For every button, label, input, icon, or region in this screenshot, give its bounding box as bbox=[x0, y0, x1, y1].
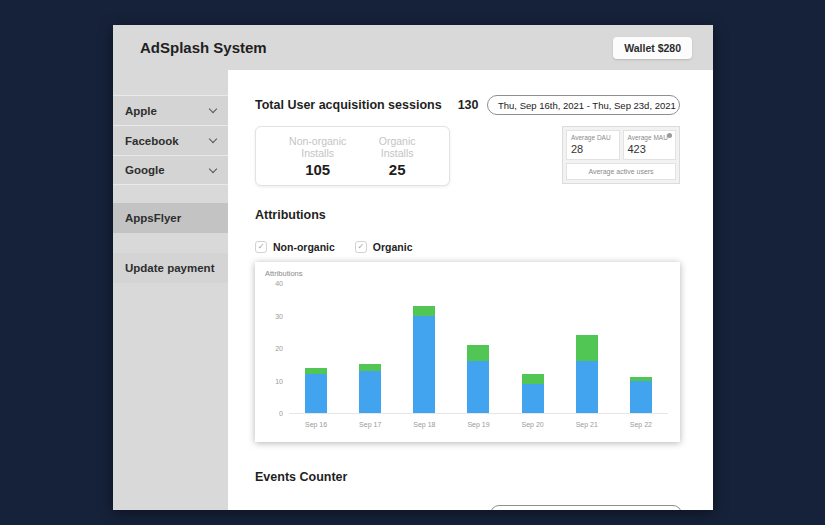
organic-installs-value: 25 bbox=[362, 161, 432, 178]
sidebar-item-apple[interactable]: Apple bbox=[113, 95, 228, 125]
nonorganic-bar-segment bbox=[413, 316, 435, 414]
main-content: Total User acquisition sessions 130 Thu,… bbox=[228, 70, 713, 510]
organic-bar-segment bbox=[413, 306, 435, 316]
sidebar-item-label: Facebook bbox=[125, 135, 179, 147]
sidebar-item-facebook[interactable]: Facebook bbox=[113, 125, 228, 155]
bar-stack bbox=[413, 306, 435, 413]
checkbox-checked-icon: ✓ bbox=[255, 241, 267, 253]
x-axis-label: Sep 22 bbox=[614, 421, 668, 428]
sidebar-item-appsflyer[interactable]: AppsFlyer bbox=[113, 203, 228, 233]
nonorganic-installs-label: Non-organic Installs bbox=[273, 135, 362, 159]
x-axis-label: Sep 20 bbox=[506, 421, 560, 428]
y-axis-label: 20 bbox=[275, 345, 283, 352]
average-dau-label: Average DAU bbox=[571, 134, 615, 141]
bar-stack bbox=[522, 374, 544, 413]
sessions-summary: Total User acquisition sessions 130 bbox=[255, 98, 479, 112]
x-axis-label: Sep 18 bbox=[397, 421, 451, 428]
sidebar-item-label: Google bbox=[125, 164, 165, 176]
organic-bar-segment bbox=[467, 345, 489, 361]
nonorganic-bar-segment bbox=[359, 371, 381, 413]
y-axis-label: 10 bbox=[275, 378, 283, 385]
y-axis-label: 30 bbox=[275, 313, 283, 320]
nonorganic-installs-value: 105 bbox=[273, 161, 362, 178]
y-axis-label: 0 bbox=[279, 410, 283, 417]
legend-checkboxes: ✓ Non-organic ✓ Organic bbox=[255, 241, 680, 253]
sidebar-item-update-payment[interactable]: Update payment bbox=[113, 253, 228, 283]
average-mau-cell: Average MAU 423 bbox=[623, 130, 677, 160]
events-counter-heading: Events Counter bbox=[255, 470, 680, 484]
averages-card: Average DAU 28 Average MAU 423 Average a… bbox=[562, 126, 680, 184]
attributions-heading: Attributions bbox=[255, 208, 680, 222]
x-axis-label: Sep 19 bbox=[451, 421, 505, 428]
nonorganic-installs: Non-organic Installs 105 bbox=[273, 135, 362, 178]
date-range-text: Thu, Sep 16th, 2021 - Thu, Sep 23d, 2021 bbox=[498, 100, 676, 111]
organic-checkbox[interactable]: ✓ Organic bbox=[355, 241, 413, 253]
x-axis: Sep 16Sep 17Sep 18Sep 19Sep 20Sep 21Sep … bbox=[289, 421, 668, 428]
average-dau-value: 28 bbox=[571, 143, 615, 155]
app-header: AdSplash System Wallet $280 bbox=[113, 25, 713, 70]
nonorganic-bar-segment bbox=[467, 361, 489, 413]
sidebar: Apple Facebook Google AppsFlyer Update p… bbox=[113, 70, 228, 510]
organic-bar-segment bbox=[522, 374, 544, 384]
info-icon[interactable] bbox=[667, 133, 672, 138]
nonorganic-bar-segment bbox=[630, 381, 652, 414]
y-axis-label: 40 bbox=[275, 280, 283, 287]
nonorganic-bar-segment bbox=[576, 361, 598, 413]
sidebar-item-label: Apple bbox=[125, 105, 157, 117]
x-axis-label: Sep 21 bbox=[560, 421, 614, 428]
average-dau-cell: Average DAU 28 bbox=[566, 130, 620, 160]
checkbox-label: Non-organic bbox=[273, 241, 335, 253]
sidebar-item-label: AppsFlyer bbox=[125, 212, 181, 224]
installs-card: Non-organic Installs 105 Organic Install… bbox=[255, 126, 450, 186]
sessions-value: 130 bbox=[458, 98, 479, 112]
sidebar-item-google[interactable]: Google bbox=[113, 155, 228, 185]
wallet-button[interactable]: Wallet $280 bbox=[613, 37, 692, 59]
nonorganic-checkbox[interactable]: ✓ Non-organic bbox=[255, 241, 335, 253]
attributions-chart: Attributions 010203040 Sep 16Sep 17Sep 1… bbox=[255, 262, 680, 442]
sidebar-item-label: Update payment bbox=[125, 262, 214, 274]
chevron-down-icon bbox=[209, 105, 217, 113]
bar-group[interactable] bbox=[451, 284, 505, 413]
bar-group[interactable] bbox=[343, 284, 397, 413]
bar-stack bbox=[305, 368, 327, 414]
x-axis-label: Sep 16 bbox=[289, 421, 343, 428]
organic-installs: Organic Installs 25 bbox=[362, 135, 432, 178]
chart-title: Attributions bbox=[265, 269, 668, 278]
nonorganic-bar-segment bbox=[305, 374, 327, 413]
bar-stack bbox=[576, 335, 598, 413]
bar-group[interactable] bbox=[397, 284, 451, 413]
events-counter-control[interactable] bbox=[490, 505, 682, 510]
chevron-down-icon bbox=[209, 135, 217, 143]
nonorganic-bar-segment bbox=[522, 384, 544, 413]
date-range-picker[interactable]: Thu, Sep 16th, 2021 - Thu, Sep 23d, 2021 bbox=[487, 95, 680, 115]
bar-group[interactable] bbox=[614, 284, 668, 413]
app-window: AdSplash System Wallet $280 Apple Facebo… bbox=[113, 25, 713, 510]
bar-stack bbox=[630, 377, 652, 413]
average-mau-value: 423 bbox=[628, 143, 672, 155]
bar-group[interactable] bbox=[560, 284, 614, 413]
sessions-label: Total User acquisition sessions bbox=[255, 98, 442, 112]
bar-group[interactable] bbox=[506, 284, 560, 413]
app-title: AdSplash System bbox=[140, 39, 267, 56]
chevron-down-icon bbox=[209, 164, 217, 172]
checkbox-label: Organic bbox=[373, 241, 413, 253]
bar-stack bbox=[467, 345, 489, 413]
organic-bar-segment bbox=[576, 335, 598, 361]
x-axis-label: Sep 17 bbox=[343, 421, 397, 428]
organic-installs-label: Organic Installs bbox=[362, 135, 432, 159]
average-active-users-label: Average active users bbox=[566, 163, 676, 180]
y-axis: 010203040 bbox=[265, 284, 289, 414]
bar-stack bbox=[359, 364, 381, 413]
bar-group[interactable] bbox=[289, 284, 343, 413]
chart-plot bbox=[289, 284, 668, 414]
average-mau-label: Average MAU bbox=[628, 134, 672, 141]
checkbox-checked-icon: ✓ bbox=[355, 241, 367, 253]
